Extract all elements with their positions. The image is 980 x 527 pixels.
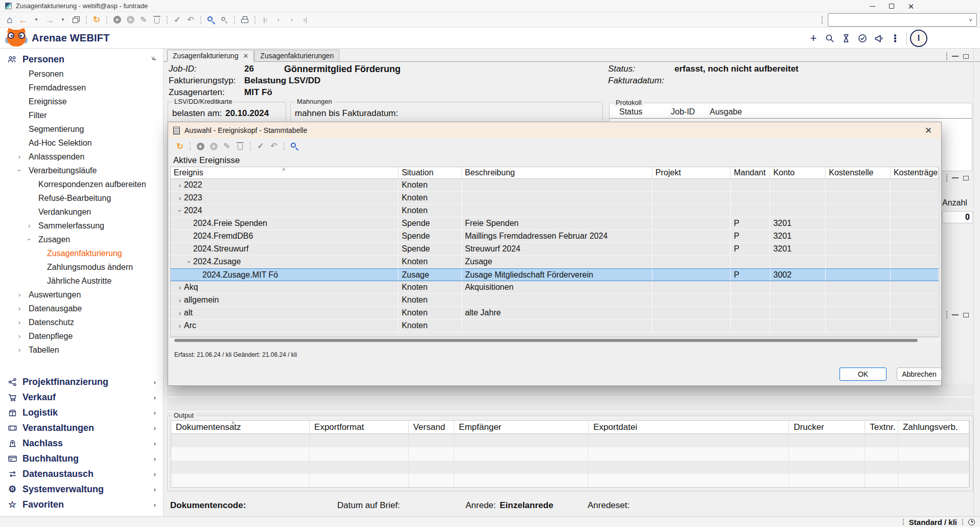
column-header-kostentr-ger[interactable]: Kostenträger: [891, 167, 939, 178]
chevron-right-icon[interactable]: ›: [176, 284, 184, 291]
expand-panel-icon[interactable]: [963, 176, 969, 180]
output-column-exportformat[interactable]: Exportformat: [310, 421, 409, 433]
refresh-button[interactable]: ↻: [90, 13, 103, 27]
sidebar-item-ad-hoc-selektion[interactable]: Ad-Hoc Selektion: [0, 136, 163, 150]
sidebar-item-segmentierung[interactable]: Segmentierung: [0, 122, 163, 136]
sidebar-item-j-hrliche-austritte[interactable]: Jährliche Austritte: [0, 274, 163, 288]
collapse-panel-icon[interactable]: [952, 56, 959, 57]
table-row-2024-fremddb6[interactable]: 2024.FremdDB6SpendeMaillings Fremdadress…: [171, 230, 939, 243]
search-button[interactable]: [205, 13, 217, 27]
add-button[interactable]: +: [194, 140, 206, 153]
add-secondary-button[interactable]: +: [124, 13, 136, 27]
chevron-right-icon[interactable]: ›: [27, 222, 38, 230]
maximize-button[interactable]: [882, 0, 901, 12]
expand-panel-icon[interactable]: [963, 54, 969, 59]
tab-zusagenfakturierungen[interactable]: Zusagenfakturierungen: [254, 50, 339, 61]
column-header-beschreibung[interactable]: Beschreibung: [462, 167, 652, 178]
tab-zusagenfakturierung[interactable]: Zusagenfakturierung✕: [167, 50, 254, 62]
sidebar-group-nachlass[interactable]: Nachlass›: [0, 436, 163, 451]
output-column-dokumentensatz[interactable]: Dokumentensatz: [171, 421, 310, 433]
expand-panel-icon[interactable]: [963, 313, 969, 317]
chevron-right-icon[interactable]: ›: [176, 322, 184, 330]
clock-icon[interactable]: [968, 519, 975, 525]
minimize-button[interactable]: [862, 0, 882, 12]
sidebar-item-datenschutz[interactable]: ›Datenschutz: [0, 315, 163, 329]
sidebar-item-personen[interactable]: Personen: [0, 67, 163, 81]
chevron-right-icon[interactable]: ›: [176, 296, 184, 304]
sidebar-item-filter[interactable]: Filter: [0, 108, 163, 122]
nav-first-button[interactable]: |‹: [259, 13, 271, 27]
search-small-button[interactable]: [218, 13, 230, 27]
column-header-projekt[interactable]: Projekt: [652, 167, 731, 178]
dialog-titlebar[interactable]: Auswahl - Ereigniskopf - Stammtabelle ✕: [168, 122, 941, 139]
sidebar-item-ereignisse[interactable]: Ereignisse: [0, 95, 163, 108]
output-column-textnr[interactable]: Textnr.: [865, 421, 898, 433]
sidebar-group-datenaustausch[interactable]: Datenaustausch›: [0, 466, 163, 482]
table-row-akq[interactable]: ›AkqKnotenAkquisitionen: [171, 281, 939, 294]
chevron-down-icon[interactable]: ›: [185, 258, 193, 266]
sidebar-item-verdankungen[interactable]: Verdankungen: [0, 205, 163, 219]
column-header-situation[interactable]: Situation: [399, 167, 462, 178]
table-row-allgemein[interactable]: ›allgemeinKnoten: [171, 294, 939, 307]
sidebar-item-zahlungsmodus-ndern[interactable]: Zahlungsmodus ändern: [0, 260, 163, 274]
edit-button[interactable]: ✎: [221, 140, 233, 153]
jump-combobox[interactable]: ˅: [828, 13, 977, 27]
table-row-arc[interactable]: ›ArcKnoten: [171, 319, 939, 332]
protokoll-column-status[interactable]: Status: [619, 105, 671, 119]
collapse-tabs-chevron-icon[interactable]: ˅: [151, 55, 155, 62]
confirm-button[interactable]: ✓: [254, 140, 267, 153]
home-button[interactable]: ⌂: [4, 13, 16, 27]
refresh-button[interactable]: ↻: [174, 140, 186, 153]
sidebar-item-datenausgabe[interactable]: ›Datenausgabe: [0, 302, 163, 315]
sidebar-item-sammelerfassung[interactable]: ›Sammelerfassung: [0, 219, 163, 233]
chevron-down-icon[interactable]: ›: [27, 236, 38, 243]
output-column-exportdatei[interactable]: Exportdatei: [589, 421, 789, 433]
table-row-2024-streuwurf[interactable]: 2024.StreuwurfSpendeStreuwurf 2024P3201: [171, 243, 939, 256]
sidebar-group-verkauf[interactable]: Verkauf›: [0, 389, 163, 405]
chevron-right-icon[interactable]: ›: [17, 318, 29, 326]
global-search-button[interactable]: [822, 30, 838, 47]
table-row-2024-freie-spenden[interactable]: 2024.Freie SpendenSpendeFreie SpendenP32…: [171, 217, 939, 230]
ok-button[interactable]: OK: [839, 368, 886, 381]
table-row-2022[interactable]: ›2022Knoten: [171, 179, 939, 192]
column-header-mandant[interactable]: Mandant: [731, 167, 770, 178]
sidebar-item-auswertungen[interactable]: ›Auswertungen: [0, 288, 163, 302]
add-secondary-button[interactable]: +: [207, 140, 220, 153]
collapse-panel-icon[interactable]: [952, 177, 959, 178]
table-row-2024[interactable]: ›2024Knoten: [171, 204, 939, 217]
sidebar-item-korrespondenzen-aufbereiten[interactable]: Korrespondenzen aufbereiten: [0, 177, 163, 191]
chevron-right-icon[interactable]: ›: [17, 346, 29, 354]
sidebar-group-buchhaltung[interactable]: Buchhaltung›: [0, 451, 163, 466]
sidebar-item-datenpflege[interactable]: ›Datenpflege: [0, 329, 163, 343]
dialog-close-icon[interactable]: ✕: [921, 125, 936, 136]
grip-icon[interactable]: [946, 174, 947, 181]
output-column-zahlungsverb[interactable]: Zahlungsverb.: [898, 421, 969, 433]
column-header-kostenstelle[interactable]: Kostenstelle: [826, 167, 891, 178]
chevron-down-icon[interactable]: ›: [17, 167, 29, 174]
table-row-2024-zusage-mit-f[interactable]: 2024.Zusage.MIT FöZusageZusage Mitglieds…: [171, 268, 939, 281]
forward-caret-button[interactable]: ▾: [57, 13, 69, 27]
pending-jobs-button[interactable]: [838, 30, 854, 47]
add-button[interactable]: +: [805, 30, 822, 47]
back-caret-button[interactable]: ▾: [30, 13, 42, 27]
delete-button[interactable]: [151, 13, 163, 27]
cancel-button[interactable]: Abbrechen: [897, 368, 942, 381]
table-row-2024-zusage[interactable]: ›2024.ZusageKnotenZusage: [171, 256, 939, 268]
delete-button[interactable]: [234, 140, 246, 153]
add-button[interactable]: +: [111, 13, 123, 27]
print-button[interactable]: [239, 13, 251, 27]
edit-button[interactable]: ✎: [137, 13, 150, 27]
more-menu-button[interactable]: [887, 30, 903, 47]
forward-button[interactable]: →: [43, 13, 56, 27]
sidebar-item-zusagenfakturierung[interactable]: Zusagenfakturierung: [0, 246, 163, 260]
chevron-right-icon[interactable]: ›: [17, 153, 29, 161]
sidebar-group-veranstaltungen[interactable]: Veranstaltungen›: [0, 420, 163, 436]
sidebar-item-refus-bearbeitung[interactable]: Refusé-Bearbeitung: [0, 191, 163, 205]
windows-button[interactable]: [70, 13, 82, 27]
chevron-right-icon[interactable]: ›: [17, 305, 29, 312]
table-row-alt[interactable]: ›altKnotenalte Jahre: [171, 307, 939, 319]
sidebar-item-tabellen[interactable]: ›Tabellen: [0, 343, 163, 357]
output-column-drucker[interactable]: Drucker: [789, 421, 865, 433]
nav-next-button[interactable]: ›: [286, 13, 298, 27]
undo-button[interactable]: ↶: [184, 13, 197, 27]
